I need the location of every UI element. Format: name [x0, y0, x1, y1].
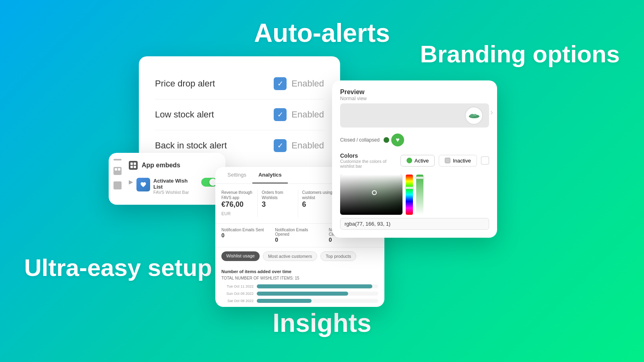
- sidebar-icon-3: [114, 181, 122, 189]
- sub-stat-opened: Notification Emails Opened 0: [271, 228, 324, 243]
- app-item-sub: FAVS Wishlist Bar: [153, 190, 198, 195]
- hue-slider[interactable]: [406, 175, 413, 215]
- heart-bubble: ♥: [384, 134, 404, 146]
- tab-settings[interactable]: Settings: [221, 167, 252, 183]
- gradient-cursor: [372, 190, 377, 195]
- low-stock-status: ✓ Enabled: [274, 108, 324, 121]
- sub-stat-sent: Notification Emails Sent 0: [221, 228, 271, 243]
- chart-bar-container-2: [257, 292, 378, 296]
- filter-top-products[interactable]: Top products: [320, 251, 356, 261]
- chart-title: Number of items added over time: [221, 269, 378, 274]
- chart-section: Number of items added over time TOTAL NU…: [215, 265, 384, 307]
- rgba-input[interactable]: [340, 218, 489, 230]
- price-drop-checkbox[interactable]: ✓: [274, 77, 287, 90]
- low-stock-label: Low stock alert: [155, 109, 214, 120]
- filter-wishlist-usage[interactable]: Wishlist usage: [221, 251, 260, 261]
- branding-card: Preview Normal view › Closed / collapsed…: [332, 80, 497, 238]
- low-stock-enabled: Enabled: [291, 109, 324, 120]
- preview-title: Preview: [340, 88, 367, 96]
- sidebar-icon-2: [114, 167, 122, 175]
- alpha-cursor: [415, 177, 424, 179]
- dot-green: [384, 137, 389, 143]
- wishlist-app-icon: [136, 178, 150, 191]
- low-stock-alert-row: Low stock alert ✓ Enabled: [155, 99, 324, 130]
- chart-row-2: Sun Oct 09 2022: [221, 292, 378, 296]
- closed-section: Closed / collapsed ♥: [340, 134, 489, 146]
- color-dot-gray: [445, 158, 450, 163]
- sub-stat-sent-value: 0: [221, 232, 267, 239]
- back-in-stock-enabled: Enabled: [291, 140, 324, 151]
- active-color-btn[interactable]: Active: [400, 155, 435, 167]
- embeds-header: App embeds: [129, 161, 217, 170]
- svg-point-2: [473, 114, 476, 116]
- insights-label: Insights: [272, 308, 371, 338]
- stat-revenue-value: €76,00 EUR: [221, 200, 253, 217]
- chart-bar-2: [257, 292, 348, 296]
- chart-label-2: Sun Oct 09 2022: [221, 292, 254, 296]
- ultra-easy-label: Ultra-easy setup: [24, 254, 212, 282]
- branding-options-label: Branding options: [420, 40, 620, 68]
- chart-row-1: Tue Oct 11 2022: [221, 284, 378, 288]
- active-btn-label: Active: [415, 158, 429, 164]
- price-drop-enabled: Enabled: [291, 78, 324, 89]
- embeds-grid-icon: [129, 161, 138, 170]
- preview-logo: [465, 107, 483, 125]
- stat-customers-label: Customers using wishlist: [302, 190, 334, 200]
- hue-cursor: [405, 187, 414, 189]
- activate-toggle[interactable]: [201, 178, 217, 187]
- stat-revenue: Revenue through FAVS app €76,00 EUR: [221, 190, 258, 217]
- filter-active-customers[interactable]: Most active customers: [263, 251, 317, 261]
- chart-row-3: Sat Oct 08 2022: [221, 299, 378, 303]
- colors-desc: Customize the colors of wishlist bar: [340, 159, 400, 169]
- price-drop-label: Price drop alert: [155, 78, 215, 89]
- app-embeds-card: App embeds ▶ Activate Wish List FAVS Wis…: [109, 153, 225, 205]
- chart-bar-1: [257, 284, 372, 288]
- colors-title: Colors: [340, 152, 400, 159]
- chart-label-3: Sat Oct 08 2022: [221, 299, 254, 303]
- chart-bar-3: [257, 299, 312, 303]
- chart-label-1: Tue Oct 11 2022: [221, 284, 254, 288]
- chart-subtitle: TOTAL NUMBER OF WISHLIST ITEMS: 15: [221, 276, 378, 280]
- color-picker-area: [340, 175, 489, 215]
- color-gradient-picker[interactable]: [340, 175, 402, 215]
- expand-icon[interactable]: ▶: [129, 179, 133, 185]
- app-item-info: Activate Wish List FAVS Wishlist Bar: [153, 178, 198, 195]
- checkbox-extra[interactable]: [481, 156, 489, 165]
- price-drop-status: ✓ Enabled: [274, 77, 324, 90]
- sidebar-icon-1: [114, 159, 122, 160]
- back-in-stock-label: Back in stock alert: [155, 140, 227, 151]
- colors-buttons: Active Inactive: [400, 155, 489, 167]
- alpha-slider[interactable]: [416, 175, 423, 215]
- sub-stat-sent-label: Notification Emails Sent: [221, 228, 267, 232]
- sub-stat-opened-label: Notification Emails Opened: [275, 228, 320, 237]
- closed-label: Closed / collapsed: [340, 137, 380, 143]
- colors-header: Colors Customize the colors of wishlist …: [340, 152, 489, 169]
- heart-icon: ♥: [391, 134, 404, 146]
- inactive-color-btn[interactable]: Inactive: [439, 155, 477, 167]
- chart-bar-container-1: [257, 284, 378, 288]
- back-in-stock-checkbox[interactable]: ✓: [274, 139, 287, 152]
- low-stock-checkbox[interactable]: ✓: [274, 108, 287, 121]
- chart-bar-container-3: [257, 299, 378, 303]
- stat-orders-label: Orders from Wishlists: [262, 190, 293, 200]
- app-item-name: Activate Wish List: [153, 178, 198, 190]
- right-arrow-icon: ›: [490, 107, 493, 117]
- preview-subtitle: Normal view: [340, 96, 367, 101]
- price-drop-alert-row: Price drop alert ✓ Enabled: [155, 68, 324, 99]
- tab-analytics[interactable]: Analytics: [252, 167, 288, 183]
- back-in-stock-status: ✓ Enabled: [274, 139, 324, 152]
- stat-orders-value: 3: [262, 200, 293, 209]
- stat-orders: Orders from Wishlists 3: [258, 190, 298, 217]
- auto-alerts-label: Auto-alerts: [254, 18, 390, 48]
- chart-bars: Tue Oct 11 2022 Sun Oct 09 2022 Sat Oct …: [221, 284, 378, 303]
- colors-section: Colors Customize the colors of wishlist …: [340, 152, 489, 169]
- stat-customers-value: 6: [302, 200, 334, 209]
- preview-banner: ›: [340, 103, 489, 128]
- preview-header: Preview Normal view: [340, 88, 489, 101]
- color-dot-green: [407, 158, 412, 163]
- inactive-btn-label: Inactive: [453, 158, 471, 164]
- stat-revenue-label: Revenue through FAVS app: [221, 190, 253, 200]
- filter-tabs: Wishlist usage Most active customers Top…: [215, 247, 384, 265]
- embeds-title: App embeds: [142, 162, 180, 169]
- sub-stat-opened-value: 0: [275, 237, 320, 243]
